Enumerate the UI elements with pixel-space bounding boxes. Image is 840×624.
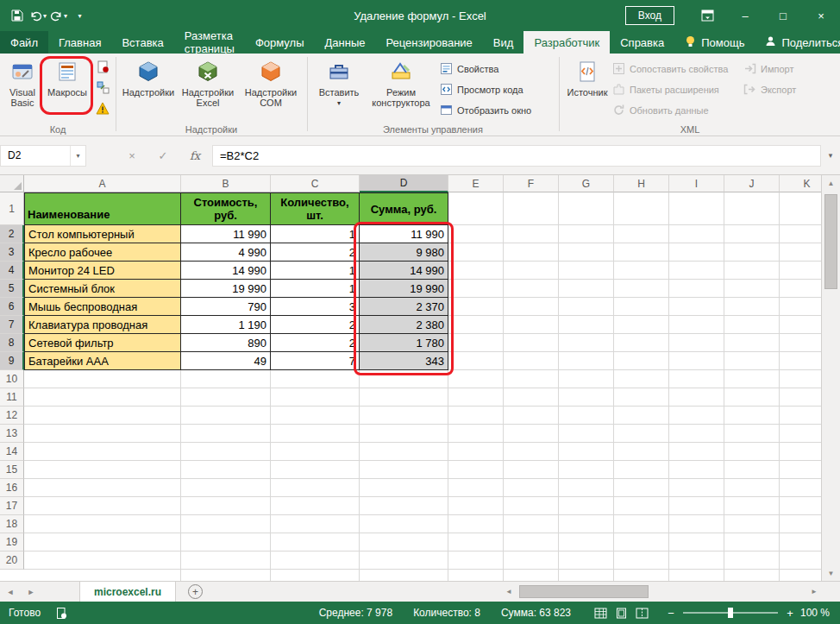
row-header-7[interactable]: 7 [0,316,24,334]
tab-insert[interactable]: Вставка [111,31,173,54]
sheet-nav-right-icon[interactable]: ► [21,588,41,596]
column-header-J[interactable]: J [724,175,780,192]
vertical-scroll-thumb[interactable] [824,194,837,289]
cell-D9[interactable]: 343 [360,352,448,370]
row-header-5[interactable]: 5 [0,280,24,298]
cell-B4[interactable]: 14 990 [181,262,271,280]
row-header-20[interactable]: 20 [0,552,24,570]
view-normal-icon[interactable] [592,604,609,621]
zoom-in-icon[interactable]: + [783,607,797,620]
sign-in-button[interactable]: Вход [625,6,674,25]
macros-button[interactable]: Макросы [43,55,91,123]
column-header-D[interactable]: D [360,175,448,192]
design-mode-button[interactable]: Режим конструктора [367,55,435,123]
cell-B9[interactable]: 49 [181,352,271,370]
tab-view[interactable]: Вид [483,31,524,54]
redo-dropdown-icon[interactable]: ▾ [64,12,67,20]
cell-A7[interactable]: Клавиатура проводная [24,316,181,334]
row-header-16[interactable]: 16 [0,479,24,497]
table-header-cell-B1[interactable]: Стоимость, руб. [181,192,271,225]
formula-bar-expand-icon[interactable]: ▾ [821,151,840,160]
cell-C5[interactable]: 1 [271,280,360,298]
relative-references-icon[interactable] [95,79,110,95]
cell-A6[interactable]: Мышь беспроводная [24,298,181,316]
scroll-up-icon[interactable]: ▲ [822,175,840,191]
column-header-G[interactable]: G [559,175,614,192]
properties-button[interactable]: Свойства [440,60,554,78]
cell-D3[interactable]: 9 980 [360,243,448,262]
column-header-F[interactable]: F [504,175,559,192]
row-header-14[interactable]: 14 [0,443,24,461]
horizontal-scroll-thumb[interactable] [519,585,649,598]
view-page-break-icon[interactable] [633,604,650,621]
cell-B8[interactable]: 890 [181,334,271,352]
tab-review[interactable]: Рецензирование [375,31,482,54]
cell-C7[interactable]: 2 [271,316,360,334]
cell-B2[interactable]: 11 990 [181,225,271,243]
horizontal-scrollbar[interactable]: ◄ ► [502,582,821,602]
cell-A9[interactable]: Батарейки AAA [24,352,181,370]
column-header-A[interactable]: A [24,175,181,192]
com-add-ins-button[interactable]: Надстройки COM [240,55,302,123]
cell-D6[interactable]: 2 370 [360,298,448,316]
scroll-left-icon[interactable]: ◄ [502,582,516,602]
row-header-6[interactable]: 6 [0,298,24,316]
cell-D7[interactable]: 2 380 [360,316,448,334]
cell-A8[interactable]: Сетевой фильтр [24,334,181,352]
customize-quick-access-icon[interactable]: ▾ [71,5,88,26]
run-dialog-button[interactable]: Отобразить окно [440,102,554,119]
zoom-slider-thumb[interactable] [728,608,733,618]
scroll-down-icon[interactable]: ▼ [822,565,840,581]
insert-function-icon[interactable]: fx [185,149,205,162]
enter-icon[interactable]: ✓ [154,149,172,162]
tab-formulas[interactable]: Формулы [245,31,315,54]
macro-security-icon[interactable] [95,100,110,116]
excel-add-ins-button[interactable]: Надстройки Excel [178,55,238,123]
cell-B7[interactable]: 1 190 [181,316,271,334]
share-button[interactable]: Поделиться [755,31,840,54]
cell-A4[interactable]: Монитор 24 LED [24,262,181,280]
ribbon-display-options-icon[interactable] [688,0,726,31]
sheet-tab-active[interactable]: microexcel.ru [79,582,176,602]
table-header-cell-D1[interactable]: Сумма, руб. [360,192,448,225]
cell-D5[interactable]: 19 990 [360,280,448,298]
close-button[interactable]: × [802,0,840,31]
zoom-out-icon[interactable]: − [664,607,678,620]
redo-icon[interactable]: ▾ [50,5,67,26]
table-header-cell-A1[interactable]: Наименование [24,192,181,225]
table-header-cell-C1[interactable]: Количество, шт. [271,192,360,225]
select-all-button[interactable] [0,175,24,192]
cell-B5[interactable]: 19 990 [181,280,271,298]
cell-C3[interactable]: 2 [271,243,360,262]
row-header-9[interactable]: 9 [0,352,24,370]
tab-file[interactable]: Файл [0,31,48,54]
tab-developer[interactable]: Разработчик [523,31,610,54]
row-header-11[interactable]: 11 [0,388,24,407]
name-box-dropdown-icon[interactable]: ▾ [70,146,85,166]
column-header-C[interactable]: C [271,175,360,192]
cell-B3[interactable]: 4 990 [181,243,271,262]
cell-B6[interactable]: 790 [181,298,271,316]
cancel-icon[interactable]: × [122,149,141,162]
cell-C2[interactable]: 1 [271,225,360,243]
column-header-K[interactable]: K [780,175,821,192]
name-box[interactable]: D2 ▾ [0,145,86,167]
zoom-level-label[interactable]: 100 % [797,607,840,619]
cell-A2[interactable]: Стол компьютерный [24,225,181,243]
cell-C6[interactable]: 3 [271,298,360,316]
cell-D2[interactable]: 11 990 [360,225,448,243]
add-ins-button[interactable]: Надстройки [121,55,176,123]
new-sheet-button[interactable]: + [188,584,203,599]
save-icon[interactable] [9,5,26,26]
row-header-19[interactable]: 19 [0,533,24,552]
minimize-button[interactable]: – [726,0,764,31]
row-header-18[interactable]: 18 [0,515,24,533]
source-button[interactable]: Источник [564,55,611,123]
row-header-4[interactable]: 4 [0,262,24,280]
cell-C8[interactable]: 2 [271,334,360,352]
vertical-scrollbar[interactable]: ▲ ▼ [821,175,840,581]
insert-controls-button[interactable]: Вставить ▾ [314,55,364,123]
row-header-10[interactable]: 10 [0,370,24,388]
view-code-button[interactable]: Просмотр кода [440,81,554,98]
cell-C4[interactable]: 1 [271,262,360,280]
